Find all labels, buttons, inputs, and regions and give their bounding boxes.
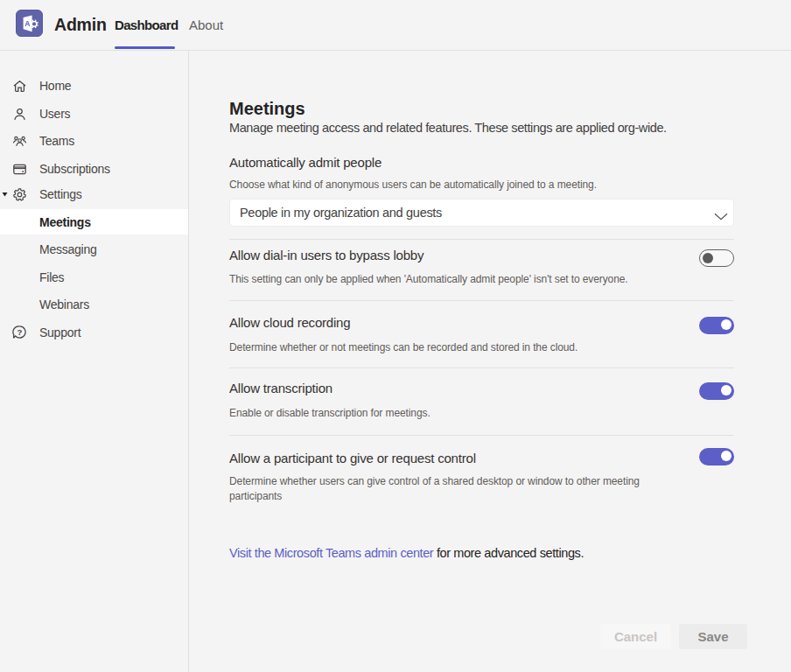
svg-text:?: ? xyxy=(18,327,23,337)
svg-text:A: A xyxy=(24,19,30,28)
